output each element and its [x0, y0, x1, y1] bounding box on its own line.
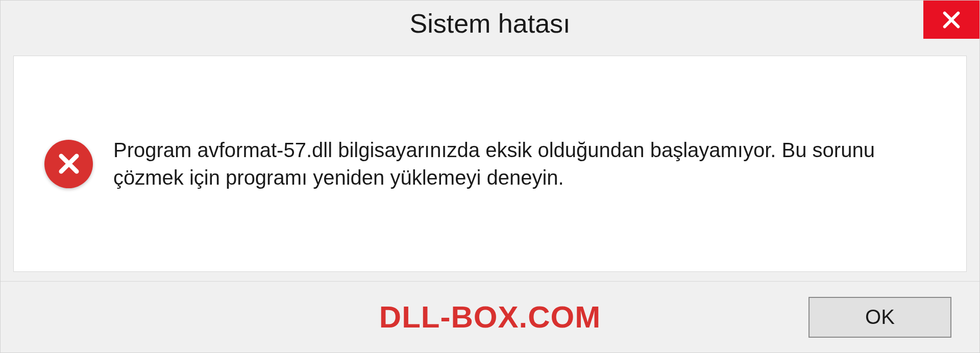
- watermark-text: DLL-BOX.COM: [379, 299, 601, 335]
- ok-button-label: OK: [865, 306, 895, 329]
- error-message: Program avformat-57.dll bilgisayarınızda…: [113, 136, 936, 191]
- close-icon: [941, 10, 962, 30]
- system-error-dialog: Sistem hatası Program avformat-57.dll bi…: [0, 0, 980, 353]
- ok-button[interactable]: OK: [808, 297, 951, 338]
- close-button[interactable]: [923, 1, 979, 39]
- error-icon-wrap: [44, 140, 93, 188]
- titlebar: Sistem hatası: [1, 1, 979, 46]
- dialog-title: Sistem hatası: [409, 8, 570, 39]
- dialog-footer: DLL-BOX.COM OK: [1, 281, 979, 352]
- content-area: Program avformat-57.dll bilgisayarınızda…: [13, 56, 967, 272]
- error-icon: [44, 140, 93, 188]
